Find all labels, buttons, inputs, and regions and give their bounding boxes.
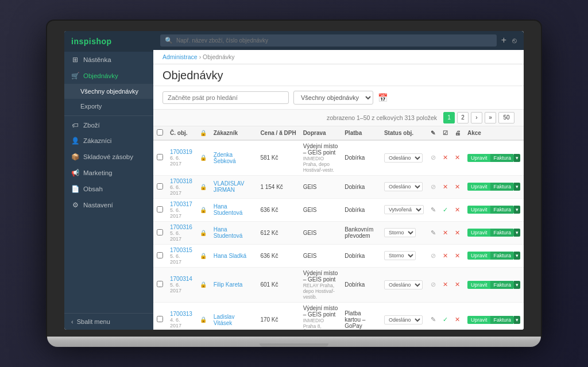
topbar: 🔍 Např. název zboží, číslo objednávky + … <box>153 31 524 50</box>
calendar-icon[interactable]: 📅 <box>378 93 388 102</box>
header-price: Cena / ă DPH <box>257 126 299 140</box>
faktura-dropdown[interactable]: ▾ <box>514 206 520 214</box>
upravit-button[interactable]: Upravit <box>467 154 491 162</box>
row-icon2[interactable]: ✕ <box>439 267 451 302</box>
row-select-checkbox[interactable] <box>157 316 163 322</box>
sidebar-collapse-button[interactable]: ‹ Sbalit menu <box>64 313 153 330</box>
row-customer[interactable]: Hana Studentová <box>210 221 257 244</box>
sidebar-item-nastaveni[interactable]: ⚙ Nastavení <box>64 197 153 213</box>
search-input[interactable] <box>163 91 289 104</box>
upravit-button[interactable]: Upravit <box>467 316 491 324</box>
faktura-button[interactable]: Faktura <box>490 154 514 162</box>
table-row: 1700319 6. 6. 2017 🔒 Zdenka Šebková 581 … <box>153 140 524 176</box>
row-customer[interactable]: Ladislav Vitásek <box>210 302 257 330</box>
status-select[interactable]: Storno <box>384 251 416 260</box>
row-order-id[interactable]: 1700315 5. 6. 2017 <box>167 244 196 267</box>
row-icon1[interactable]: ⊘ <box>427 175 439 198</box>
faktura-button[interactable]: Faktura <box>490 252 514 260</box>
row-icon2[interactable]: ✕ <box>439 140 451 176</box>
row-select-checkbox[interactable] <box>157 183 163 190</box>
row-icon2[interactable]: ✕ <box>439 221 451 244</box>
sidebar-item-objednavky[interactable]: 🛒 Objednávky <box>64 68 153 84</box>
row-icon2[interactable]: ✕ <box>439 244 451 267</box>
sidebar-item-vsechny[interactable]: Všechny objednávky <box>64 84 153 99</box>
faktura-button[interactable]: Faktura <box>490 281 514 289</box>
row-order-id[interactable]: 1700317 5. 6. 2017 <box>167 198 196 221</box>
pagination-page-1[interactable]: 1 <box>443 112 455 123</box>
faktura-button[interactable]: Faktura <box>490 229 514 237</box>
status-select[interactable]: Odesláno <box>384 182 423 191</box>
row-order-id[interactable]: 1700318 6. 6. 2017 <box>167 175 196 198</box>
row-customer[interactable]: Hana Studentová <box>210 198 257 221</box>
row-icon3[interactable]: ✕ <box>451 221 464 244</box>
faktura-dropdown[interactable]: ▾ <box>514 252 520 260</box>
faktura-dropdown[interactable]: ▾ <box>514 183 520 191</box>
faktura-dropdown[interactable]: ▾ <box>514 281 520 289</box>
row-icon2[interactable]: ✕ <box>439 175 451 198</box>
pagination-per-page[interactable]: 50 <box>498 112 514 123</box>
external-link-icon[interactable]: ⎋ <box>512 36 517 45</box>
sidebar-item-zakaznici[interactable]: 👤 Zákazníci <box>64 133 153 149</box>
row-icon1[interactable]: ✎ <box>427 198 439 221</box>
row-icon1[interactable]: ⊘ <box>427 140 439 176</box>
add-icon[interactable]: + <box>501 35 506 45</box>
row-icon1[interactable]: ✎ <box>427 302 439 330</box>
row-icon1[interactable]: ⊘ <box>427 267 439 302</box>
pagination-last[interactable]: » <box>485 112 496 123</box>
sidebar-item-obsah[interactable]: 📄 Obsah <box>64 181 153 197</box>
faktura-button[interactable]: Faktura <box>490 206 514 214</box>
faktura-dropdown[interactable]: ▾ <box>514 229 520 237</box>
row-order-id[interactable]: 1700316 5. 6. 2017 <box>167 221 196 244</box>
upravit-button[interactable]: Upravit <box>467 281 491 289</box>
row-icon3[interactable]: ✕ <box>451 140 464 176</box>
row-order-id[interactable]: 1700314 5. 6. 2017 <box>167 267 196 302</box>
row-icon2[interactable]: ✓ <box>439 198 451 221</box>
row-customer[interactable]: Zdenka Šebková <box>210 140 257 176</box>
sidebar-item-nastena[interactable]: ⊞ Nástěnka <box>64 52 153 68</box>
row-icon1[interactable]: ⊘ <box>427 244 439 267</box>
row-select-checkbox[interactable] <box>157 252 163 258</box>
row-icon3[interactable]: ✕ <box>451 302 464 330</box>
status-select[interactable]: Odesláno <box>384 280 423 289</box>
row-icon3[interactable]: ✕ <box>451 244 464 267</box>
pagination-next[interactable]: › <box>471 112 482 123</box>
topbar-search[interactable]: 🔍 Např. název zboží, číslo objednávky <box>160 34 497 47</box>
row-select-checkbox[interactable] <box>157 154 163 160</box>
upravit-button[interactable]: Upravit <box>467 206 491 214</box>
row-select-checkbox[interactable] <box>157 206 163 213</box>
status-select[interactable]: Vytvořená <box>384 205 424 214</box>
status-select[interactable]: Odesláno <box>384 315 423 324</box>
row-lock-icon: 🔒 <box>196 198 210 221</box>
header-transport: Doprava <box>300 126 342 140</box>
faktura-dropdown[interactable]: ▾ <box>514 154 520 162</box>
row-icon2[interactable]: ✓ <box>439 302 451 330</box>
upravit-button[interactable]: Upravit <box>467 252 491 260</box>
row-customer[interactable]: Hana Sladká <box>210 244 257 267</box>
row-customer[interactable]: Filip Kareta <box>210 267 257 302</box>
status-select[interactable]: Storno <box>384 228 416 237</box>
row-select-checkbox[interactable] <box>157 281 163 287</box>
row-icon3[interactable]: ✕ <box>451 267 464 302</box>
upravit-button[interactable]: Upravit <box>467 229 491 237</box>
row-icon3[interactable]: ✕ <box>451 198 464 221</box>
upravit-button[interactable]: Upravit <box>467 183 491 191</box>
select-all-checkbox[interactable] <box>157 129 163 136</box>
sidebar-item-exporty[interactable]: Exporty <box>64 99 153 114</box>
row-order-id[interactable]: 1700313 4. 6. 2017 <box>167 302 196 330</box>
faktura-dropdown[interactable]: ▾ <box>514 316 520 324</box>
breadcrumb-admin[interactable]: Administrace <box>163 53 198 60</box>
search-icon: 🔍 <box>165 37 173 44</box>
sidebar-item-zbozi[interactable]: 🏷 Zboží <box>64 118 153 133</box>
row-icon1[interactable]: ✎ <box>427 221 439 244</box>
sidebar-item-marketing[interactable]: 📢 Marketing <box>64 165 153 181</box>
sidebar-item-sklad[interactable]: 📦 Skladové zásoby <box>64 149 153 165</box>
row-icon3[interactable]: ✕ <box>451 175 464 198</box>
status-filter[interactable]: Všechny objednávky Odeslané Vytvořené St… <box>293 91 373 105</box>
faktura-button[interactable]: Faktura <box>490 316 514 324</box>
faktura-button[interactable]: Faktura <box>490 183 514 191</box>
pagination-page-2[interactable]: 2 <box>457 112 469 123</box>
row-order-id[interactable]: 1700319 6. 6. 2017 <box>167 140 196 176</box>
row-select-checkbox[interactable] <box>157 229 163 235</box>
status-select[interactable]: Odesláno <box>384 153 423 163</box>
row-customer[interactable]: VLADISLAV JIRMAN <box>210 175 257 198</box>
